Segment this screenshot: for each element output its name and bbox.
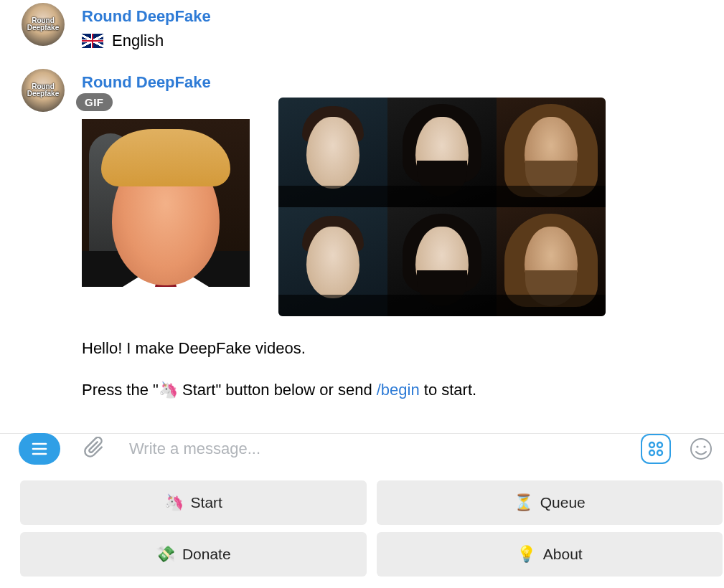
grid-icon	[647, 440, 664, 457]
kb-label: Donate	[182, 546, 231, 563]
smile-icon	[690, 437, 713, 460]
money-icon: 💸	[156, 545, 175, 564]
bot-avatar[interactable]: Round Deepfake	[22, 3, 65, 46]
sender-name[interactable]: Round DeepFake	[82, 7, 211, 26]
message-text: Hello! I make DeepFake videos. Press the…	[82, 336, 710, 402]
kb-label: Queue	[540, 494, 586, 511]
instruction-post: to start.	[420, 381, 476, 399]
gif-badge: GIF	[76, 93, 113, 111]
bot-keyboard: 🦄 Start ⏳ Queue 💸 Donate 💡 About	[20, 480, 723, 577]
hamburger-icon	[32, 442, 47, 455]
svg-point-9	[703, 445, 705, 447]
language-label: English	[112, 32, 164, 50]
kb-donate-button[interactable]: 💸 Donate	[20, 532, 367, 577]
gif-thumbnail	[82, 119, 250, 287]
menu-button[interactable]	[19, 433, 60, 465]
avatar-label: Round Deepfake	[27, 17, 59, 32]
begin-command-link[interactable]: /begin	[377, 381, 420, 399]
message-row: Round Deepfake Round DeepFake GIF	[0, 66, 724, 405]
sender-name[interactable]: Round DeepFake	[82, 73, 710, 92]
uk-flag-icon	[82, 34, 103, 48]
unicorn-icon: 🦄	[159, 381, 178, 399]
bot-keyboard-toggle[interactable]	[641, 434, 671, 464]
svg-point-8	[696, 445, 698, 447]
instruction-mid: " button below or send	[215, 381, 376, 399]
hourglass-icon: ⏳	[514, 493, 533, 512]
bot-avatar[interactable]: Round Deepfake	[22, 69, 65, 112]
chat-area: Round Deepfake Round DeepFake English Ro…	[0, 0, 724, 405]
message-row: Round Deepfake Round DeepFake English	[0, 0, 724, 53]
unicorn-icon: 🦄	[164, 493, 184, 512]
media-row: GIF	[82, 98, 710, 316]
svg-rect-6	[657, 450, 662, 455]
instruction-btn-label: Start	[178, 381, 216, 399]
svg-rect-4	[657, 442, 662, 447]
kb-start-button[interactable]: 🦄 Start	[20, 480, 367, 525]
paperclip-icon	[84, 437, 105, 461]
message-input[interactable]	[129, 440, 621, 458]
attach-button[interactable]	[80, 435, 109, 463]
composer	[0, 423, 724, 465]
svg-rect-3	[649, 442, 654, 447]
greeting-text: Hello! I make DeepFake videos.	[82, 336, 710, 361]
avatar-label: Round Deepfake	[27, 83, 59, 98]
svg-point-7	[691, 439, 711, 459]
language-line: English	[82, 32, 211, 50]
bulb-icon: 💡	[517, 545, 536, 564]
kb-queue-button[interactable]: ⏳ Queue	[377, 480, 723, 525]
kb-label: About	[543, 546, 583, 563]
instruction-pre: Press the "	[82, 381, 159, 399]
kb-about-button[interactable]: 💡 About	[377, 532, 723, 577]
kb-label: Start	[191, 494, 222, 511]
image-attachment[interactable]	[278, 98, 606, 316]
gif-attachment[interactable]: GIF	[82, 98, 250, 287]
svg-rect-5	[649, 450, 654, 455]
emoji-button[interactable]	[687, 435, 715, 463]
